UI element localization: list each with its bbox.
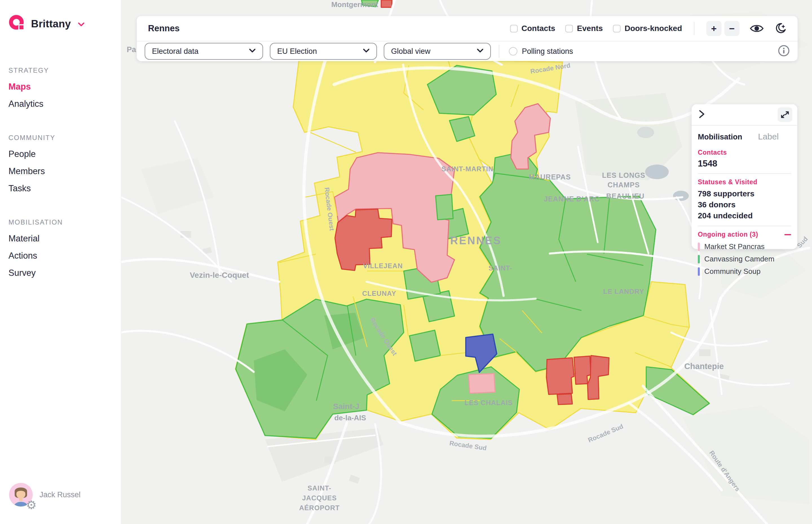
chevron-down-icon bbox=[477, 48, 483, 54]
sidebar-nav: STRATEGY Maps Analytics COMMUNITY People… bbox=[9, 66, 121, 278]
mobilisation-panel: Mobilisation Label Contacts 1548 Statuse… bbox=[691, 104, 797, 249]
view-dropdown[interactable]: Global view bbox=[384, 43, 491, 60]
nav-section-community: COMMUNITY bbox=[9, 134, 121, 142]
ongoing-action-section: Ongoing action (3) bbox=[698, 231, 791, 238]
section-divider bbox=[698, 226, 791, 226]
section-divider bbox=[698, 173, 791, 174]
donors-count: 36 donors bbox=[698, 199, 791, 210]
chevron-down-icon[interactable] bbox=[78, 22, 85, 28]
toolbar-separator bbox=[694, 22, 695, 35]
layer-dropdown[interactable]: Electoral data bbox=[145, 43, 263, 60]
ongoing-action-list: Market St PancrasCanvassing CamdemCommun… bbox=[698, 242, 791, 276]
ongoing-action-item[interactable]: Market St Pancras bbox=[698, 242, 791, 251]
moon-icon[interactable] bbox=[774, 22, 786, 35]
contacts-value: 1548 bbox=[698, 159, 791, 169]
panel-tabs: Mobilisation Label bbox=[698, 132, 791, 142]
sidebar-item-analytics[interactable]: Analytics bbox=[9, 99, 121, 109]
nav-section-mobilisation: MOBILISATION bbox=[9, 218, 121, 226]
statuses-section: Statuses & Visited 798 supporters 36 don… bbox=[698, 178, 791, 221]
info-icon[interactable] bbox=[778, 45, 790, 58]
sidebar-item-survey[interactable]: Survey bbox=[9, 268, 121, 278]
ongoing-action-item[interactable]: Community Soup bbox=[698, 267, 791, 276]
org-switcher[interactable]: Brittany bbox=[9, 15, 121, 33]
action-label: Canvassing Camdem bbox=[704, 255, 775, 263]
sidebar-item-members[interactable]: Members bbox=[9, 166, 121, 176]
chevron-down-icon bbox=[363, 48, 370, 54]
election-dropdown[interactable]: EU Election bbox=[270, 43, 377, 60]
polling-stations-radio[interactable] bbox=[509, 47, 518, 55]
statuses-title: Statuses & Visited bbox=[698, 178, 791, 186]
chevron-down-icon bbox=[249, 48, 256, 54]
sidebar-item-material[interactable]: Material bbox=[9, 233, 121, 244]
district-green-notch[interactable] bbox=[435, 194, 453, 220]
action-label: Community Soup bbox=[704, 267, 760, 276]
collapse-section-icon[interactable] bbox=[784, 234, 791, 235]
chevron-right-icon[interactable] bbox=[698, 109, 706, 120]
sidebar: Brittany STRATEGY Maps Analytics COMMUNI… bbox=[0, 0, 121, 524]
expand-icon[interactable] bbox=[778, 107, 792, 122]
events-checkbox[interactable] bbox=[565, 25, 573, 32]
toolbar-separator bbox=[499, 45, 499, 58]
checkbox-events[interactable]: Events bbox=[565, 24, 603, 33]
org-name[interactable]: Brittany bbox=[31, 18, 71, 30]
sidebar-item-people[interactable]: People bbox=[9, 149, 121, 159]
sidebar-item-maps[interactable]: Maps bbox=[9, 82, 121, 92]
tab-mobilisation[interactable]: Mobilisation bbox=[698, 133, 742, 142]
polling-stations-radio-group[interactable]: Polling stations bbox=[509, 47, 573, 56]
action-color-bar bbox=[698, 255, 700, 263]
tab-label[interactable]: Label bbox=[758, 132, 779, 142]
ongoing-action-title: Ongoing action (3) bbox=[698, 231, 758, 238]
zoom-in-button[interactable]: + bbox=[706, 21, 721, 36]
map-toolbar: Rennes Contacts Events Doors-knocked + − bbox=[137, 16, 798, 61]
contacts-checkbox[interactable] bbox=[510, 25, 518, 32]
contacts-section: Contacts 1548 bbox=[698, 149, 791, 169]
sidebar-item-tasks[interactable]: Tasks bbox=[9, 183, 121, 194]
page-title: Rennes bbox=[148, 23, 180, 34]
nav-section-strategy: STRATEGY bbox=[9, 66, 121, 75]
gear-icon[interactable]: ⚙ bbox=[26, 499, 37, 511]
ongoing-action-item[interactable]: Canvassing Camdem bbox=[698, 255, 791, 263]
action-label: Market St Pancras bbox=[704, 242, 765, 251]
contacts-title: Contacts bbox=[698, 149, 791, 157]
checkbox-contacts[interactable]: Contacts bbox=[510, 24, 555, 33]
sidebar-item-actions[interactable]: Actions bbox=[9, 251, 121, 261]
eye-icon[interactable] bbox=[750, 24, 764, 33]
checkbox-doors-knocked[interactable]: Doors-knocked bbox=[613, 24, 682, 33]
undecided-count: 204 undecided bbox=[698, 210, 791, 221]
action-color-bar bbox=[698, 243, 700, 251]
user-profile[interactable]: ⚙ Jack Russel bbox=[9, 483, 81, 507]
action-color-bar bbox=[698, 267, 700, 276]
supporters-count: 798 supporters bbox=[698, 188, 791, 199]
doors-knocked-checkbox[interactable] bbox=[613, 25, 621, 32]
user-name: Jack Russel bbox=[39, 490, 81, 499]
zoom-out-button[interactable]: − bbox=[724, 21, 739, 36]
qomon-logo bbox=[9, 15, 26, 33]
